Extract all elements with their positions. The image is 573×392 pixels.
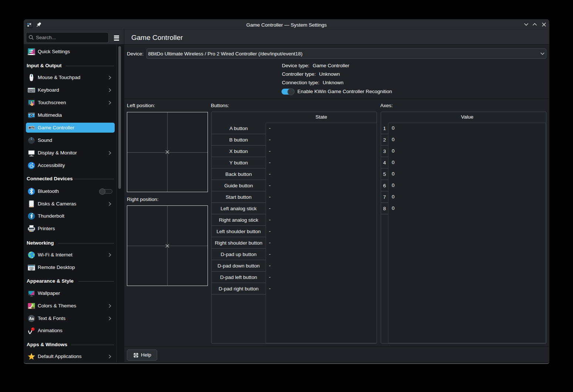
svg-text:Aa: Aa [29, 316, 34, 321]
